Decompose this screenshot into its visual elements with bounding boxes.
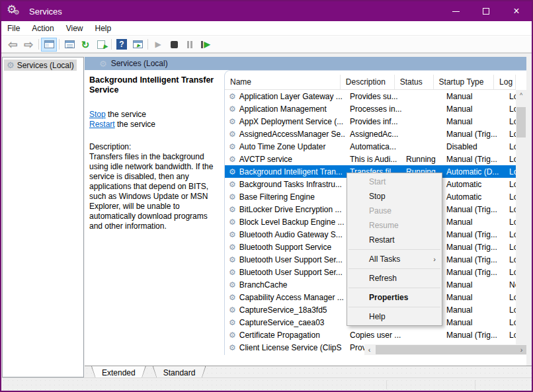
service-link-suffix: the service bbox=[115, 120, 155, 129]
service-name: AppX Deployment Service (... bbox=[239, 117, 343, 126]
service-description-cell: Provides inf... bbox=[345, 117, 401, 126]
horizontal-scroll-thumb[interactable] bbox=[376, 345, 526, 354]
scroll-left-button[interactable]: ‹ bbox=[364, 344, 374, 355]
service-status-cell: Running bbox=[401, 155, 442, 164]
refresh-button[interactable]: ↻ bbox=[77, 38, 93, 52]
context-menu-item-all-tasks[interactable]: All Tasks› bbox=[347, 252, 442, 266]
properties-button[interactable] bbox=[62, 38, 77, 52]
status-bar-divider bbox=[475, 380, 475, 389]
tab-label: Standard bbox=[153, 366, 206, 377]
context-menu-item-properties[interactable]: Properties bbox=[347, 290, 442, 305]
forward-button[interactable]: ⇨ bbox=[20, 38, 36, 52]
service-gear-icon: ⚙ bbox=[229, 230, 236, 239]
extended-view-header: ⚙ Services (Local) bbox=[85, 57, 526, 70]
service-name-cell: ⚙Certificate Propagation bbox=[225, 331, 345, 340]
service-description-cell: Automatica... bbox=[345, 142, 401, 151]
service-name: Auto Time Zone Updater bbox=[239, 142, 326, 151]
context-menu-item-restart[interactable]: Restart bbox=[347, 233, 442, 247]
back-button[interactable]: ⇦ bbox=[5, 38, 20, 52]
action-pane-icon: ▶ bbox=[133, 40, 143, 48]
service-row[interactable]: ⚙Application ManagementProcesses in...Ma… bbox=[225, 102, 516, 115]
show-console-tree-button[interactable] bbox=[41, 38, 57, 52]
horizontal-scrollbar[interactable]: ‹ › bbox=[364, 344, 526, 355]
start-service-button[interactable]: ▶ bbox=[150, 38, 166, 52]
forward-arrow-icon: ⇨ bbox=[24, 39, 33, 50]
service-name: AssignedAccessManager Se... bbox=[239, 130, 345, 139]
restart-service-link[interactable]: Restart bbox=[89, 120, 115, 129]
services-gear-icon: ⚙⚙ bbox=[7, 4, 26, 19]
service-name: Client License Service (ClipS bbox=[239, 343, 342, 352]
close-button[interactable]: × bbox=[501, 1, 532, 21]
service-name: Block Level Backup Engine ... bbox=[239, 217, 345, 227]
vertical-scroll-thumb[interactable] bbox=[516, 107, 526, 137]
menu-help[interactable]: Help bbox=[89, 22, 118, 35]
service-row[interactable]: ⚙Application Layer Gateway ...Provides s… bbox=[225, 90, 516, 102]
service-startup-cell: Manual (Trig... bbox=[442, 130, 505, 139]
menu-bar: FileActionViewHelp bbox=[1, 21, 532, 36]
help-button[interactable]: ? bbox=[114, 38, 130, 52]
service-row[interactable]: ⚙AppX Deployment Service (...Provides in… bbox=[225, 115, 516, 128]
tree-item-services-local[interactable]: ⚙ Services (Local) bbox=[4, 59, 77, 71]
service-row[interactable]: ⚙AVCTP serviceThis is Audi...RunningManu… bbox=[225, 153, 516, 165]
service-name-cell: ⚙Background Tasks Infrastru... bbox=[225, 180, 345, 189]
service-link-line: Stop the service bbox=[89, 110, 222, 120]
service-startup-cell: Manual bbox=[442, 305, 505, 315]
service-name: Bluetooth User Support Ser... bbox=[239, 255, 343, 264]
service-startup-cell: Manual (Trig... bbox=[442, 255, 505, 264]
service-startup-cell: Manual bbox=[442, 217, 505, 227]
context-menu-item-start: Start bbox=[347, 175, 442, 189]
service-gear-icon: ⚙ bbox=[229, 268, 236, 277]
column-header-status[interactable]: Status bbox=[395, 75, 434, 89]
stop-service-button[interactable] bbox=[166, 38, 182, 52]
menu-file[interactable]: File bbox=[1, 22, 26, 35]
service-startup-cell: Disabled bbox=[442, 142, 505, 151]
service-row[interactable]: ⚙AssignedAccessManager Se...AssignedAc..… bbox=[225, 128, 516, 140]
service-gear-icon: ⚙ bbox=[229, 331, 236, 340]
service-name-cell: ⚙Capability Access Manager ... bbox=[225, 293, 345, 302]
menu-action[interactable]: Action bbox=[26, 22, 60, 35]
column-header-name[interactable]: Name^ bbox=[225, 75, 341, 89]
services-gear-icon: ⚙ bbox=[99, 59, 107, 69]
scroll-right-button[interactable]: › bbox=[516, 344, 526, 355]
maximize-button[interactable] bbox=[471, 1, 501, 21]
service-description-cell: Provides su... bbox=[345, 92, 401, 101]
services-extended-view: ⚙ Services (Local) Background Intelligen… bbox=[85, 57, 526, 366]
sort-ascending-icon: ^ bbox=[281, 70, 284, 73]
list-header: Name^DescriptionStatusStartup TypeLog bbox=[225, 71, 516, 90]
status-bar-divider bbox=[386, 380, 387, 389]
title-bar: ⚙⚙ Services × bbox=[1, 1, 532, 21]
context-menu-item-stop[interactable]: Stop bbox=[347, 189, 442, 204]
scroll-up-button[interactable]: ^ bbox=[516, 90, 526, 100]
restart-service-button[interactable]: ▶ bbox=[198, 38, 214, 52]
service-gear-icon: ⚙ bbox=[229, 343, 236, 352]
export-list-button[interactable]: ▶ bbox=[93, 38, 109, 52]
service-startup-cell: Manual bbox=[442, 280, 505, 290]
window-title: Services bbox=[29, 7, 62, 17]
service-startup-cell: Manual (Trig... bbox=[442, 230, 505, 239]
service-link-suffix: the service bbox=[106, 110, 146, 119]
pause-service-icon bbox=[187, 41, 192, 48]
service-startup-cell: Manual bbox=[442, 318, 505, 327]
service-row[interactable]: ⚙Auto Time Zone UpdaterAutomatica...Disa… bbox=[225, 140, 516, 153]
vertical-scrollbar[interactable]: ^ v bbox=[516, 90, 526, 355]
show-action-pane-button[interactable]: ▶ bbox=[130, 38, 145, 52]
pause-service-button[interactable] bbox=[182, 38, 198, 52]
service-description-cell: AssignedAc... bbox=[345, 130, 401, 139]
service-row[interactable]: ⚙Certificate PropagationCopies user ...M… bbox=[225, 329, 516, 341]
menu-view[interactable]: View bbox=[60, 22, 89, 35]
service-name-cell: ⚙Application Management bbox=[225, 104, 345, 114]
service-name-cell: ⚙Bluetooth User Support Ser... bbox=[225, 268, 345, 277]
column-header-log[interactable]: Log bbox=[494, 75, 516, 89]
context-menu-item-help[interactable]: Help bbox=[347, 309, 442, 324]
service-name: Base Filtering Engine bbox=[239, 192, 315, 202]
service-name: Background Intelligent Tran... bbox=[239, 167, 343, 176]
service-name-cell: ⚙Background Intelligent Tran... bbox=[225, 167, 345, 176]
content-area: ⚙ Services (Local) ⚙ Services (Local) Ba… bbox=[1, 53, 532, 377]
minimize-button[interactable] bbox=[440, 1, 471, 21]
context-menu-item-refresh[interactable]: Refresh bbox=[347, 271, 442, 286]
stop-service-link[interactable]: Stop bbox=[89, 110, 106, 119]
column-header-description[interactable]: Description bbox=[341, 75, 395, 89]
column-header-startup-type[interactable]: Startup Type bbox=[434, 75, 494, 89]
service-name-cell: ⚙Auto Time Zone Updater bbox=[225, 142, 345, 151]
window-controls: × bbox=[440, 1, 532, 21]
